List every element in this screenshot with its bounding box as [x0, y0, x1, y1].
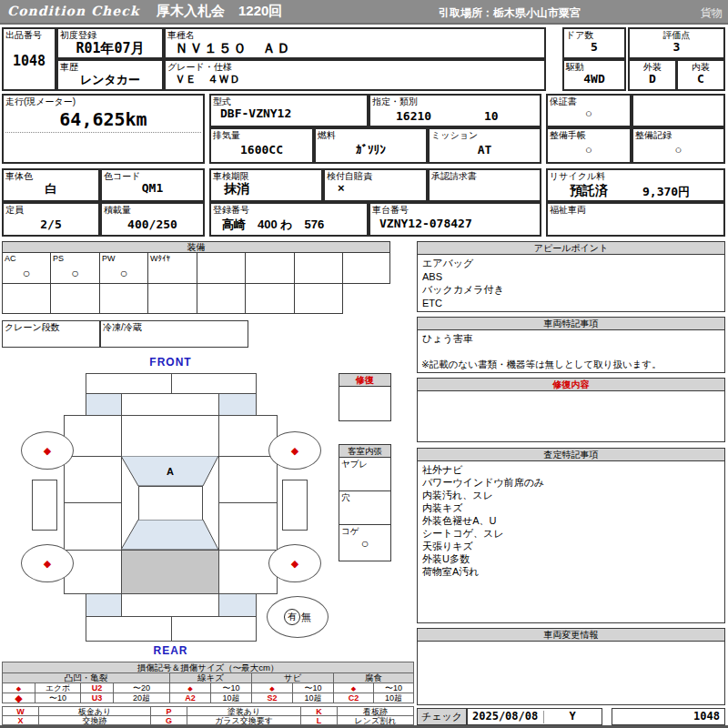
- maintenance-book-label: 整備手帳: [548, 129, 630, 140]
- score-value: 3: [630, 40, 723, 54]
- fridge-freezer-cell: 冷凍/冷蔵: [100, 320, 248, 348]
- assessment-line: 内装汚れ、スレ: [422, 489, 720, 501]
- assessment-line: 社外ナビ: [422, 463, 720, 476]
- equipment-row2-cell: [197, 283, 246, 314]
- repair-detail-panel: 修復内容: [417, 378, 725, 442]
- roof: [138, 486, 203, 521]
- legend-r2-val: 10超: [210, 693, 252, 703]
- recycle-fee-cell: リサイクル料 預託済 9,370円: [546, 168, 725, 202]
- chassis-number-label: 車台番号: [370, 204, 540, 215]
- rear-corner-left: [86, 593, 122, 617]
- transmission-label: ミッション: [430, 129, 540, 140]
- front-label: FRONT: [64, 356, 278, 369]
- vehicle-note-line: ひょう害車: [422, 332, 720, 346]
- interior-grade-label: 内装: [678, 61, 723, 72]
- cargo-area: [121, 550, 219, 594]
- legend-r2-sym: A2: [169, 693, 211, 703]
- chassis-number-value: VZNY12-078427: [370, 217, 540, 230]
- appeal-points-title: アピールポイント: [418, 242, 724, 255]
- check-number: 1048: [693, 709, 720, 724]
- mileage-cell: 走行(現メーター) 64,625km: [2, 94, 205, 164]
- score-cell: 評価点 3: [628, 27, 725, 59]
- welfare-vehicle-cell: 福祉車両: [546, 202, 725, 237]
- presence-no: 無: [301, 611, 311, 624]
- inspection-value: 抹消: [211, 181, 321, 197]
- cabin-row-tear: ヤブレ: [339, 458, 390, 491]
- lot-number-label: 出品番号: [4, 29, 55, 40]
- fridge-freezer-label: 冷凍/冷蔵: [101, 321, 248, 332]
- repair-detail-body: [418, 391, 724, 395]
- equipment-cell-empty: [294, 252, 343, 284]
- model-code-value: DBF-VZNY12: [211, 106, 367, 120]
- check-label-cell: チェック: [417, 708, 467, 725]
- front-bumper-right: [171, 373, 257, 394]
- inspection-cell: 車検期限 抹消: [209, 168, 323, 202]
- legend-r2-sym: S2: [251, 693, 293, 703]
- grade-value: ＶＥ ４ＷＤ: [166, 72, 544, 87]
- legend-desc-x: 交換跡: [38, 715, 151, 725]
- pickup-location: 引取場所：栃木県小山市粟宮: [439, 5, 581, 21]
- displacement-label: 排気量: [211, 129, 312, 140]
- model-name-cell: 車種名 ＮＶ１５０ ＡＤ: [164, 27, 546, 59]
- legend-r2-sym: U3: [80, 693, 114, 703]
- exterior-grade-cell: 外装 D: [628, 59, 677, 91]
- interior-grade-value: C: [678, 72, 723, 86]
- rear-panel: [121, 593, 219, 617]
- color-code-cell: 色コード QM1: [100, 168, 205, 202]
- vehicle-change-info-title: 車両変更情報: [418, 629, 724, 642]
- appeal-line: ABS: [422, 270, 720, 284]
- exterior-grade-value: D: [630, 72, 675, 86]
- equipment-cell-empty: [245, 252, 295, 284]
- appeal-line: ETC: [422, 297, 720, 310]
- equipment-row2-cell: [50, 283, 100, 314]
- front-corner-left: [86, 393, 122, 416]
- right-rear-fender: [218, 550, 278, 594]
- history-cell: 車歴 レンタカー: [56, 59, 164, 91]
- repair-box: 修復: [339, 373, 391, 421]
- load-capacity-value: 400/250: [102, 217, 203, 231]
- first-registration-value: R01年07月: [58, 40, 162, 57]
- legend-r2-sym: C2: [333, 693, 374, 703]
- check-date: 2025/08/08: [472, 709, 538, 724]
- car-diagram: FRONT A: [0, 353, 337, 658]
- damage-diamond-icon: ◆: [291, 446, 298, 456]
- presence-oval: 有 無: [267, 596, 329, 638]
- equipment-cell-pw: PW ○: [99, 252, 148, 284]
- right-mirror: [282, 480, 308, 531]
- assessment-line: 荷物室A汚れ: [422, 565, 720, 578]
- legend-code-x: X: [2, 715, 39, 725]
- legend-r2-val: 10超: [292, 693, 334, 703]
- rear-left-wheel: ◆: [21, 544, 74, 582]
- legend-title: 損傷記号＆損傷サイズ（〜最大cm）: [137, 662, 279, 672]
- grade-cell: グレード・仕様 ＶＥ ４ＷＤ: [164, 59, 546, 91]
- equipment-row2-cell: [245, 283, 295, 314]
- insurance-cell: 検付自賠責 ×: [323, 168, 428, 202]
- maintenance-record-cell: 整備記録 ○: [632, 127, 725, 164]
- front-right-wheel: ◆: [268, 431, 321, 470]
- recycle-status-value: 預託済: [570, 183, 608, 199]
- legend-code-l: L: [300, 715, 338, 725]
- fuel-cell: 燃料 ｶﾞｿﾘﾝ: [314, 127, 428, 164]
- drive-label: 駆動: [564, 61, 624, 72]
- body-color-value: 白: [4, 181, 98, 197]
- repair-box-title: 修復: [339, 374, 390, 387]
- hood-front: [121, 393, 219, 416]
- approval-request-label: 承認請求書: [430, 170, 540, 181]
- check-number-cell: 1048: [612, 708, 725, 725]
- model-code-label: 型式: [211, 96, 367, 106]
- appeal-line: バックカメラ付き: [422, 283, 720, 297]
- damage-diamond-icon: ◆: [291, 559, 298, 569]
- vehicle-notes-panel: 車両特記事項 ひょう害車 ※記載のない書類・機器等は無しとして取り扱います。: [417, 317, 725, 373]
- history-label: 車歴: [58, 61, 162, 72]
- color-code-value: QM1: [102, 181, 203, 195]
- car-body: A: [64, 415, 278, 594]
- capacity-cell: 定員 2/5: [2, 202, 100, 237]
- color-code-label: 色コード: [102, 170, 203, 181]
- front-left-wheel: ◆: [21, 431, 74, 470]
- insurance-value: ×: [325, 181, 426, 195]
- displacement-value: 1600CC: [211, 143, 312, 157]
- maintenance-record-label: 整備記録: [633, 129, 723, 140]
- assessment-notes-panel: 査定特記事項 社外ナビ パワーウインドウ前席のみ 内装汚れ、スレ 内装キズ 外装…: [417, 448, 725, 623]
- assessment-notes-title: 査定特記事項: [418, 449, 724, 461]
- registration-number-label: 登録番号: [211, 204, 367, 215]
